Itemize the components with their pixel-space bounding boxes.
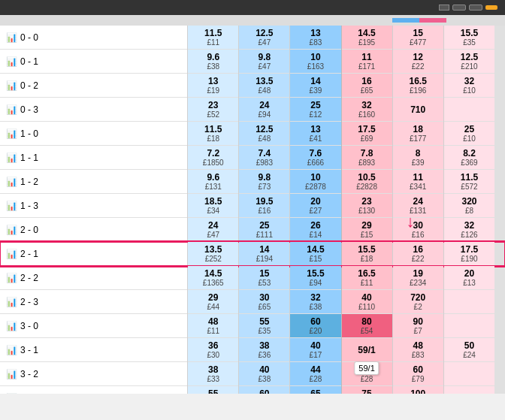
lay-cell[interactable]: 16.5£196 (392, 74, 443, 98)
lay-cell[interactable]: 8£39 (392, 146, 443, 170)
lay-cell[interactable]: 32£126 (443, 218, 494, 242)
back-cell[interactable]: 12.5£48 (239, 122, 290, 146)
lay-cell[interactable]: 48£83 (392, 338, 443, 362)
lay-cell[interactable]: 11£341 (392, 170, 443, 194)
back-cell[interactable]: 25£111 (239, 218, 290, 242)
back-cell[interactable]: 38£36 (239, 338, 290, 362)
lay-cell[interactable]: 16£22 (392, 242, 443, 266)
lay-all-label[interactable] (419, 18, 446, 23)
back-cell[interactable]: 9.6£38 (188, 50, 239, 74)
monitor-button[interactable] (439, 5, 449, 11)
lay-cell[interactable]: 10.5£2828 (341, 170, 392, 194)
back-cell[interactable]: 19.5£16 (239, 194, 290, 218)
lay-cell[interactable]: 17.5£190 (443, 242, 494, 266)
back-cell[interactable]: 40£17 (290, 338, 341, 362)
back-cell[interactable]: 7.2£1850 (188, 146, 239, 170)
back-cell[interactable]: 40£38 (239, 362, 290, 386)
back-cell[interactable]: 11.5£11 (188, 26, 239, 50)
back-cell[interactable]: 13£83 (290, 26, 341, 50)
back-cell[interactable]: 48£11 (188, 314, 239, 338)
back-cell[interactable]: 13.5£252 (188, 242, 239, 266)
multiples-button[interactable] (485, 5, 497, 10)
lay-cell[interactable]: 11.5£572 (443, 170, 494, 194)
back-cell[interactable]: 14.5£15 (290, 242, 341, 266)
back-cell[interactable]: 13£41 (290, 122, 341, 146)
back-cell[interactable]: 11.5£18 (188, 122, 239, 146)
lay-cell[interactable]: 19£234 (392, 266, 443, 290)
head-to-head-button[interactable] (469, 5, 482, 11)
back-cell[interactable]: 38£33 (188, 362, 239, 386)
lay-cell[interactable] (443, 362, 494, 386)
lay-cell[interactable]: 20£13 (443, 266, 494, 290)
lay-cell[interactable]: 16£65 (341, 74, 392, 98)
back-cell[interactable]: 30£65 (239, 290, 290, 314)
lay-cell[interactable]: 24£131 (392, 194, 443, 218)
back-cell[interactable]: 10£2878 (290, 170, 341, 194)
back-cell[interactable]: 24£47 (188, 218, 239, 242)
back-cell[interactable]: 25£12 (290, 98, 341, 122)
back-cell[interactable]: 15£53 (239, 266, 290, 290)
lay-cell[interactable]: 29£15↓ (341, 218, 392, 242)
lay-cell[interactable]: 23£130 (341, 194, 392, 218)
back-cell[interactable]: 24£94 (239, 98, 290, 122)
lay-cell[interactable]: 12.5£210 (443, 50, 494, 74)
back-cell[interactable]: 60£78 (239, 386, 290, 394)
lay-cell[interactable]: 40£110 (341, 290, 392, 314)
back-cell[interactable]: 32£38 (290, 290, 341, 314)
lay-cell[interactable]: 59/159/1 (341, 338, 392, 362)
lay-cell[interactable]: 720£2 (392, 290, 443, 314)
lay-cell[interactable]: 15.5£35 (443, 26, 494, 50)
back-cell[interactable]: 12.5£47 (239, 26, 290, 50)
back-cell[interactable]: 55£10 (188, 386, 239, 394)
back-cell[interactable]: 20£27 (290, 194, 341, 218)
lay-cell[interactable]: 110 (443, 386, 494, 394)
back-cell[interactable]: 10£163 (290, 50, 341, 74)
back-cell[interactable]: 60£20 (290, 314, 341, 338)
back-all-label[interactable] (392, 18, 419, 23)
lay-cell[interactable]: 32£160 (341, 98, 392, 122)
back-cell[interactable]: 55£35 (239, 314, 290, 338)
lay-cell[interactable] (443, 290, 494, 314)
lay-cell[interactable]: 50£24 (443, 338, 494, 362)
lay-cell[interactable]: 30£16 (392, 218, 443, 242)
back-cell[interactable]: 44£28 (290, 362, 341, 386)
back-cell[interactable]: 14£194 (239, 242, 290, 266)
back-cell[interactable]: 14£39 (290, 74, 341, 98)
lay-cell[interactable]: 15£477 (392, 26, 443, 50)
lay-cell[interactable]: 80£54 (341, 314, 392, 338)
lay-cell[interactable]: 25£10 (443, 122, 494, 146)
lay-cell[interactable]: 8.2£369 (443, 146, 494, 170)
back-cell[interactable]: 23£52 (188, 98, 239, 122)
back-cell[interactable]: 65£50 (290, 386, 341, 394)
back-cell[interactable]: 9.8£73 (239, 170, 290, 194)
lay-cell[interactable]: 11£171 (341, 50, 392, 74)
lay-cell[interactable]: 17.5£69 (341, 122, 392, 146)
back-cell[interactable]: 7.6£666 (290, 146, 341, 170)
back-cell[interactable]: 15.5£94 (290, 266, 341, 290)
back-cell[interactable]: 26£14 (290, 218, 341, 242)
lay-cell[interactable]: 32£10 (443, 74, 494, 98)
back-cell[interactable]: 14.5£1365 (188, 266, 239, 290)
back-cell[interactable]: 29£44 (188, 290, 239, 314)
lay-cell[interactable]: 90£7 (392, 314, 443, 338)
lay-cell[interactable]: 15.5£18 (341, 242, 392, 266)
lay-cell[interactable]: 18£177 (392, 122, 443, 146)
back-cell[interactable]: 13.5£48 (239, 74, 290, 98)
back-cell[interactable]: 36£30 (188, 338, 239, 362)
lay-cell[interactable]: 16.5£11 (341, 266, 392, 290)
lay-cell[interactable] (443, 98, 494, 122)
lay-cell[interactable]: 100£43 (392, 386, 443, 394)
lay-cell[interactable]: 12£22 (392, 50, 443, 74)
back-cell[interactable]: 18.5£34 (188, 194, 239, 218)
lay-cell[interactable] (443, 314, 494, 338)
back-cell[interactable]: 7.4£983 (239, 146, 290, 170)
back-cell[interactable]: 9.8£47 (239, 50, 290, 74)
lay-cell[interactable]: 320£8 (443, 194, 494, 218)
back-cell[interactable]: 9.6£131 (188, 170, 239, 194)
lay-cell[interactable]: 60£79 (392, 362, 443, 386)
lay-cell[interactable]: 7.8£893 (341, 146, 392, 170)
lay-cell[interactable]: 75£111 (341, 386, 392, 394)
live-stream-button[interactable] (452, 5, 466, 11)
lay-cell[interactable]: 14.5£195 (341, 26, 392, 50)
back-cell[interactable]: 13£19 (188, 74, 239, 98)
